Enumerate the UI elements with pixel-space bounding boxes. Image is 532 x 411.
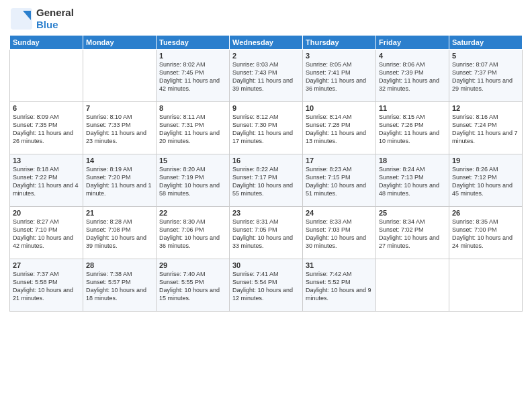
calendar-header-row: SundayMondayTuesdayWednesdayThursdayFrid… — [10, 36, 523, 50]
day-number: 25 — [379, 209, 446, 217]
day-number: 27 — [13, 261, 80, 269]
calendar-cell — [376, 259, 449, 312]
calendar-cell: 20Sunrise: 8:27 AMSunset: 7:10 PMDayligh… — [10, 207, 83, 259]
calendar-cell: 30Sunrise: 7:41 AMSunset: 5:54 PMDayligh… — [230, 259, 303, 312]
logo-icon — [9, 7, 34, 31]
logo: General Blue — [9, 7, 74, 31]
cell-content: Sunrise: 8:10 AMSunset: 7:33 PMDaylight:… — [86, 113, 153, 146]
cell-content: Sunrise: 8:19 AMSunset: 7:20 PMDaylight:… — [86, 165, 153, 198]
calendar-cell: 23Sunrise: 8:31 AMSunset: 7:05 PMDayligh… — [230, 207, 303, 259]
calendar-cell: 16Sunrise: 8:22 AMSunset: 7:17 PMDayligh… — [230, 154, 303, 207]
cell-content: Sunrise: 8:30 AMSunset: 7:06 PMDaylight:… — [159, 218, 226, 250]
calendar-cell: 11Sunrise: 8:15 AMSunset: 7:26 PMDayligh… — [376, 102, 449, 154]
day-number: 5 — [452, 52, 519, 60]
day-number: 17 — [306, 156, 373, 165]
day-number: 24 — [306, 209, 373, 217]
cell-content: Sunrise: 8:16 AMSunset: 7:24 PMDaylight:… — [452, 113, 519, 146]
calendar-cell: 13Sunrise: 8:18 AMSunset: 7:22 PMDayligh… — [10, 154, 83, 207]
day-number: 6 — [13, 104, 80, 112]
calendar-cell: 5Sunrise: 8:07 AMSunset: 7:37 PMDaylight… — [449, 50, 523, 102]
cell-content: Sunrise: 7:42 AMSunset: 5:52 PMDaylight:… — [306, 270, 373, 303]
day-number: 1 — [159, 52, 226, 60]
calendar-cell: 15Sunrise: 8:20 AMSunset: 7:19 PMDayligh… — [157, 154, 230, 207]
day-number: 21 — [86, 209, 153, 217]
cell-content: Sunrise: 8:22 AMSunset: 7:17 PMDaylight:… — [232, 165, 300, 198]
day-number: 28 — [86, 261, 153, 269]
day-number: 3 — [306, 52, 373, 60]
week-row-3: 13Sunrise: 8:18 AMSunset: 7:22 PMDayligh… — [10, 154, 523, 207]
cell-content: Sunrise: 8:11 AMSunset: 7:31 PMDaylight:… — [159, 113, 226, 146]
calendar-cell: 17Sunrise: 8:23 AMSunset: 7:15 PMDayligh… — [303, 154, 376, 207]
cell-content: Sunrise: 8:12 AMSunset: 7:30 PMDaylight:… — [232, 113, 300, 146]
header-day-friday: Friday — [376, 36, 449, 50]
cell-content: Sunrise: 7:38 AMSunset: 5:57 PMDaylight:… — [86, 270, 153, 303]
calendar-cell: 7Sunrise: 8:10 AMSunset: 7:33 PMDaylight… — [83, 102, 157, 154]
day-number: 20 — [13, 209, 80, 217]
calendar-cell: 24Sunrise: 8:33 AMSunset: 7:03 PMDayligh… — [303, 207, 376, 259]
day-number: 12 — [452, 104, 519, 112]
calendar-table: SundayMondayTuesdayWednesdayThursdayFrid… — [9, 35, 523, 312]
cell-content: Sunrise: 8:27 AMSunset: 7:10 PMDaylight:… — [13, 218, 80, 250]
calendar-cell: 22Sunrise: 8:30 AMSunset: 7:06 PMDayligh… — [157, 207, 230, 259]
cell-content: Sunrise: 7:37 AMSunset: 5:58 PMDaylight:… — [13, 270, 80, 303]
header-day-sunday: Sunday — [10, 36, 83, 50]
day-number: 4 — [379, 52, 446, 60]
cell-content: Sunrise: 8:18 AMSunset: 7:22 PMDaylight:… — [13, 165, 80, 198]
day-number: 31 — [306, 261, 373, 269]
day-number: 19 — [452, 156, 519, 165]
header: General Blue — [9, 7, 523, 31]
week-row-5: 27Sunrise: 7:37 AMSunset: 5:58 PMDayligh… — [10, 259, 523, 312]
cell-content: Sunrise: 8:35 AMSunset: 7:00 PMDaylight:… — [452, 218, 519, 250]
calendar-cell: 29Sunrise: 7:40 AMSunset: 5:55 PMDayligh… — [157, 259, 230, 312]
cell-content: Sunrise: 8:07 AMSunset: 7:37 PMDaylight:… — [452, 60, 519, 93]
calendar-cell: 2Sunrise: 8:03 AMSunset: 7:43 PMDaylight… — [230, 50, 303, 102]
cell-content: Sunrise: 8:26 AMSunset: 7:12 PMDaylight:… — [452, 165, 519, 198]
calendar-cell: 18Sunrise: 8:24 AMSunset: 7:13 PMDayligh… — [376, 154, 449, 207]
cell-content: Sunrise: 8:03 AMSunset: 7:43 PMDaylight:… — [232, 60, 300, 93]
cell-content: Sunrise: 8:02 AMSunset: 7:45 PMDaylight:… — [159, 60, 226, 93]
day-number: 18 — [379, 156, 446, 165]
calendar-cell: 6Sunrise: 8:09 AMSunset: 7:35 PMDaylight… — [10, 102, 83, 154]
cell-content: Sunrise: 8:28 AMSunset: 7:08 PMDaylight:… — [86, 218, 153, 250]
calendar-cell: 31Sunrise: 7:42 AMSunset: 5:52 PMDayligh… — [303, 259, 376, 312]
cell-content: Sunrise: 8:09 AMSunset: 7:35 PMDaylight:… — [13, 113, 80, 146]
day-number: 23 — [232, 209, 300, 217]
calendar-cell: 9Sunrise: 8:12 AMSunset: 7:30 PMDaylight… — [230, 102, 303, 154]
header-day-thursday: Thursday — [303, 36, 376, 50]
cell-content: Sunrise: 8:23 AMSunset: 7:15 PMDaylight:… — [306, 165, 373, 198]
day-number: 13 — [13, 156, 80, 165]
day-number: 8 — [159, 104, 226, 112]
day-number: 11 — [379, 104, 446, 112]
calendar-cell: 25Sunrise: 8:34 AMSunset: 7:02 PMDayligh… — [376, 207, 449, 259]
header-day-wednesday: Wednesday — [230, 36, 303, 50]
calendar-cell — [10, 50, 83, 102]
cell-content: Sunrise: 8:33 AMSunset: 7:03 PMDaylight:… — [306, 218, 373, 250]
day-number: 2 — [232, 52, 300, 60]
cell-content: Sunrise: 8:06 AMSunset: 7:39 PMDaylight:… — [379, 60, 446, 93]
cell-content: Sunrise: 7:41 AMSunset: 5:54 PMDaylight:… — [232, 270, 300, 303]
cell-content: Sunrise: 8:14 AMSunset: 7:28 PMDaylight:… — [306, 113, 373, 146]
calendar-cell: 28Sunrise: 7:38 AMSunset: 5:57 PMDayligh… — [83, 259, 157, 312]
day-number: 26 — [452, 209, 519, 217]
cell-content: Sunrise: 8:05 AMSunset: 7:41 PMDaylight:… — [306, 60, 373, 93]
calendar-cell: 14Sunrise: 8:19 AMSunset: 7:20 PMDayligh… — [83, 154, 157, 207]
day-number: 14 — [86, 156, 153, 165]
calendar-cell: 26Sunrise: 8:35 AMSunset: 7:00 PMDayligh… — [449, 207, 523, 259]
day-number: 10 — [306, 104, 373, 112]
cell-content: Sunrise: 8:34 AMSunset: 7:02 PMDaylight:… — [379, 218, 446, 250]
day-number: 15 — [159, 156, 226, 165]
day-number: 9 — [232, 104, 300, 112]
cell-content: Sunrise: 8:31 AMSunset: 7:05 PMDaylight:… — [232, 218, 300, 250]
day-number: 16 — [232, 156, 300, 165]
calendar-cell: 4Sunrise: 8:06 AMSunset: 7:39 PMDaylight… — [376, 50, 449, 102]
day-number: 29 — [159, 261, 226, 269]
calendar-body: 1Sunrise: 8:02 AMSunset: 7:45 PMDaylight… — [10, 50, 523, 312]
cell-content: Sunrise: 8:24 AMSunset: 7:13 PMDaylight:… — [379, 165, 446, 198]
week-row-4: 20Sunrise: 8:27 AMSunset: 7:10 PMDayligh… — [10, 207, 523, 259]
calendar-cell — [83, 50, 157, 102]
calendar-cell — [449, 259, 523, 312]
week-row-2: 6Sunrise: 8:09 AMSunset: 7:35 PMDaylight… — [10, 102, 523, 154]
cell-content: Sunrise: 8:20 AMSunset: 7:19 PMDaylight:… — [159, 165, 226, 198]
day-number: 7 — [86, 104, 153, 112]
header-day-saturday: Saturday — [449, 36, 523, 50]
